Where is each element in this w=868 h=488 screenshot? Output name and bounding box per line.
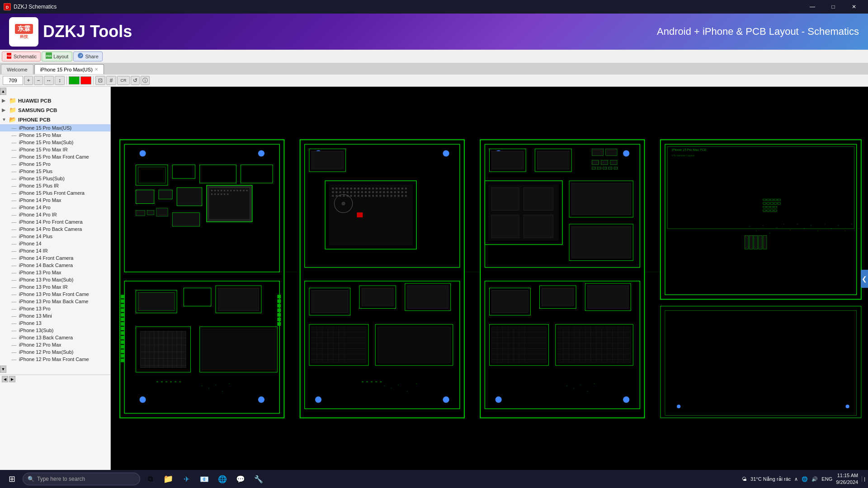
sidebar-item-iphone-13-pro-max(sub)[interactable]: —iPhone 13 Pro Max(Sub) — [0, 276, 110, 283]
minimize-button[interactable]: — — [802, 0, 823, 14]
sidebar-item-iphone-14-pro-max[interactable]: —iPhone 14 Pro Max — [0, 197, 110, 204]
sidebar-item-iphone-13-pro[interactable]: —iPhone 13 Pro — [0, 305, 110, 312]
sidebar-item-iphone-14-front-camera[interactable]: —iPhone 14 Front Camera — [0, 254, 110, 262]
sidebar-item-iphone-15-plus[interactable]: —iPhone 15 Plus — [0, 168, 110, 175]
sidebar-item-iphone-15-pro-max-ir[interactable]: —iPhone 15 Pro Max IR — [0, 146, 110, 153]
pdf-icon: PDF — [6, 52, 12, 60]
sidebar-item-iphone-13-pro-max[interactable]: —iPhone 13 Pro Max — [0, 269, 110, 276]
sidebar-item-iphone-13-pro-max-ir[interactable]: —iPhone 13 Pro Max IR — [0, 283, 110, 291]
svg-rect-298 — [175, 381, 176, 382]
sidebar-item-iphone-13-pro-max-front-came[interactable]: —iPhone 13 Pro Max Front Came — [0, 291, 110, 298]
sidebar-item-iphone-15-pro-max[interactable]: —iPhone 15 Pro Max — [0, 131, 110, 139]
sidebar-item-iphone-15-pro[interactable]: —iPhone 15 Pro — [0, 160, 110, 168]
sidebar-item-iphone-13[interactable]: —iPhone 13 — [0, 319, 110, 327]
svg-point-292 — [677, 404, 680, 408]
tray-show-desktop[interactable]: | — [862, 476, 865, 482]
sidebar-item-iphone-14[interactable]: —iPhone 14 — [0, 240, 110, 247]
folder-samsung-pcb[interactable]: ▶ 📁 SAMSUNG PCB — [0, 105, 110, 115]
layout-button[interactable]: PAD Layout — [42, 52, 72, 61]
zoom-in-button[interactable]: + — [24, 76, 33, 85]
sidebar-item-iphone-15-plus-front-camera[interactable]: —iPhone 15 Plus Front Camera — [0, 189, 110, 197]
svg-rect-227 — [587, 286, 628, 308]
schematic-button[interactable]: PDF Schematic — [2, 52, 41, 61]
tab-welcome[interactable]: Welcome — [1, 64, 33, 74]
info-button[interactable]: ⓘ — [141, 76, 150, 85]
color-green-button[interactable] — [69, 76, 80, 84]
folder-iphone-pcb[interactable]: ▼ 📂 IPHONE PCB — [0, 115, 110, 124]
sidebar-item-iphone-15-pro-max(us)[interactable]: —iPhone 15 Pro Max(US) — [0, 124, 110, 131]
fit-width-button[interactable]: ↔ — [44, 76, 54, 85]
taskview-button[interactable]: ⧉ — [142, 471, 158, 487]
search-bar[interactable]: 🔍 Type here to search — [23, 473, 140, 485]
svg-point-338 — [852, 224, 853, 225]
sidebar-item-label: iPhone 15 Pro Max(Sub) — [19, 140, 73, 145]
sidebar-item-iphone-12-pro-max-front-came[interactable]: —iPhone 12 Pro Max Front Came — [0, 356, 110, 363]
sidebar-item-iphone-12-pro-max(sub)[interactable]: —iPhone 12 Pro Max(Sub) — [0, 348, 110, 356]
grid-button[interactable]: # — [106, 76, 116, 85]
taskbar-telegram[interactable]: ✈ — [178, 471, 194, 487]
sidebar-item-iphone-14-plus[interactable]: —iPhone 14 Plus — [0, 233, 110, 240]
sidebar-item-iphone-12-pro-max[interactable]: —iPhone 12 Pro Max — [0, 341, 110, 348]
refresh-button[interactable]: ↺ — [131, 76, 140, 85]
sidebar-item-iphone-14-pro-front-camera[interactable]: —iPhone 14 Pro Front Camera — [0, 218, 110, 225]
title-text: DZKJ Schematics — [14, 4, 799, 10]
sidebar-item-iphone-14-back-camera[interactable]: —iPhone 14 Back Camera — [0, 262, 110, 269]
svg-rect-129 — [350, 191, 352, 193]
sidebar-scroll-left[interactable]: ◀ — [2, 376, 8, 382]
svg-rect-206 — [592, 167, 596, 169]
sidebar-item-iphone-14-ir[interactable]: —iPhone 14 IR — [0, 247, 110, 254]
svg-rect-145 — [332, 195, 334, 197]
taskbar-chrome[interactable]: 🌐 — [214, 471, 231, 487]
sidebar-scroll-down[interactable]: ▼ — [0, 366, 6, 373]
sidebar-scroll-right[interactable]: ▶ — [9, 376, 15, 382]
svg-rect-165 — [405, 195, 407, 197]
sidebar-item-iphone-14-pro[interactable]: —iPhone 14 Pro — [0, 204, 110, 211]
sidebar-item-iphone-15-pro-max-front-came[interactable]: —iPhone 15 Pro Max Front Came — [0, 153, 110, 160]
taskbar-messaging[interactable]: 💬 — [232, 471, 249, 487]
tray-show-hidden[interactable]: ∧ — [794, 476, 798, 482]
file-icon: — — [11, 212, 17, 217]
sidebar-item-iphone-13(sub)[interactable]: —iPhone 13(Sub) — [0, 327, 110, 334]
sidebar-scroll-up[interactable]: ▲ — [0, 88, 6, 95]
sidebar-item-label: iPhone 14 Pro Max — [19, 197, 61, 203]
taskbar-mail[interactable]: 📧 — [196, 471, 212, 487]
zoom-input[interactable] — [3, 76, 23, 85]
right-panel-toggle[interactable]: ❮ — [861, 270, 868, 288]
sidebar-item-iphone-15-plus(sub)[interactable]: —iPhone 15 Plus(Sub) — [0, 175, 110, 182]
svg-text:PDF: PDF — [6, 55, 12, 57]
folder-huawei-pcb[interactable]: ▶ 📁 HUAWEI PCB — [0, 96, 110, 105]
tab-close-icon[interactable]: ✕ — [94, 67, 98, 72]
fit-all-button[interactable]: ⊡ — [95, 76, 105, 85]
pcb-canvas-area[interactable]: iPhone 15 Pro Max PCB US Version Layout — [111, 87, 868, 471]
sidebar-item-iphone-14-pro-ir[interactable]: —iPhone 14 Pro IR — [0, 211, 110, 218]
main-toolbar: PDF Schematic PAD Layout ↗ Share — [0, 50, 868, 63]
svg-rect-108 — [350, 188, 352, 189]
sidebar-item-label: iPhone 15 Pro — [19, 161, 51, 167]
color-red-button[interactable] — [80, 76, 91, 84]
sidebar-item-iphone-15-plus-ir[interactable]: —iPhone 15 Plus IR — [0, 182, 110, 189]
sidebar-item-iphone-14-pro-back-camera[interactable]: —iPhone 14 Pro Back Camera — [0, 225, 110, 233]
clock-date: 9/26/2024 — [836, 479, 858, 486]
svg-rect-294 — [156, 381, 158, 382]
iphone-items-list: —iPhone 15 Pro Max(US)—iPhone 15 Pro Max… — [0, 124, 110, 363]
fit-height-button[interactable]: ↕ — [55, 76, 65, 85]
share-button[interactable]: ↗ Share — [73, 52, 102, 61]
svg-rect-216 — [524, 215, 553, 238]
close-button[interactable]: ✕ — [844, 0, 864, 14]
sidebar-item-iphone-15-pro-max(sub)[interactable]: —iPhone 15 Pro Max(Sub) — [0, 139, 110, 146]
start-button[interactable]: ⊞ — [3, 471, 21, 487]
sidebar-item-iphone-13-back-camera[interactable]: —iPhone 13 Back Camera — [0, 334, 110, 341]
taskbar-explorer[interactable]: 📁 — [160, 471, 176, 487]
tree-group-samsung: ▶ 📁 SAMSUNG PCB — [0, 105, 110, 115]
zoom-out-button[interactable]: − — [34, 76, 43, 85]
sidebar-item-iphone-13-pro-max-back-came[interactable]: —iPhone 13 Pro Max Back Came — [0, 298, 110, 305]
svg-rect-213 — [492, 188, 519, 210]
sidebar-item-label: iPhone 14 Plus — [19, 234, 52, 239]
maximize-button[interactable]: □ — [823, 0, 844, 14]
sidebar-item-iphone-13-mini[interactable]: —iPhone 13 Mini — [0, 312, 110, 319]
cr-button[interactable]: CR — [117, 76, 130, 85]
svg-point-293 — [846, 404, 849, 408]
tab-iphone15promax[interactable]: iPhone 15 Pro Max(US) ✕ — [34, 64, 104, 74]
taskbar-dzkj[interactable]: 🔧 — [250, 471, 267, 487]
file-icon: — — [11, 161, 17, 167]
